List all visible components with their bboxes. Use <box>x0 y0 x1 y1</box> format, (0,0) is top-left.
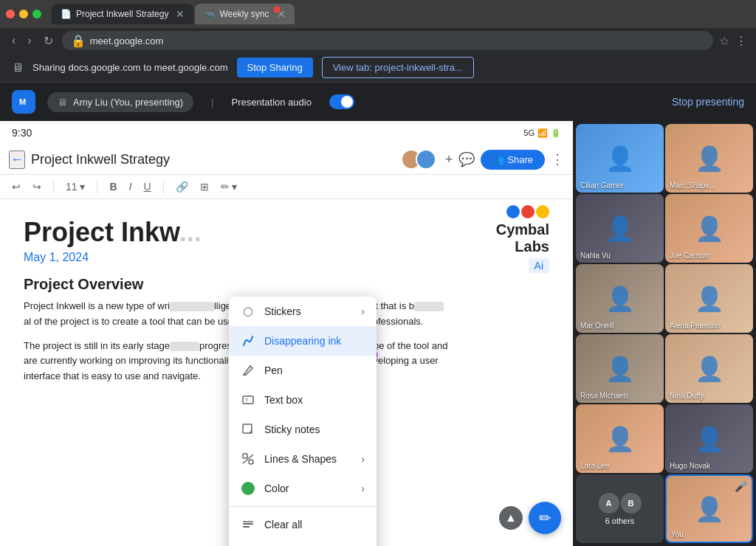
active-mic-icon: 🎤 <box>735 480 747 492</box>
menu-text-box[interactable]: T Text box <box>229 385 377 415</box>
share-button[interactable]: 👥 Share <box>481 150 545 170</box>
svg-rect-9 <box>243 523 253 525</box>
highlight-button[interactable]: ✏ ▾ <box>218 178 241 196</box>
video-tile-nahla[interactable]: 👤 Nahla Vu <box>576 194 664 263</box>
menu-eraser[interactable]: Eraser <box>229 539 377 546</box>
browser-actions: ☆ ⋮ <box>719 34 747 48</box>
video-tile-joe[interactable]: 👤 Joe Carlson <box>665 194 753 263</box>
italic-button[interactable]: I <box>126 178 135 196</box>
video-tile-nina[interactable]: 👤 Nina Duffy <box>665 334 753 403</box>
sharing-text: Sharing docs.google.com to meet.google.c… <box>32 62 228 73</box>
doc-date: May 1, 2024 <box>24 251 449 264</box>
more-icon[interactable]: ⋮ <box>735 34 747 48</box>
presenting-info: 🖥 Amy Liu (You, presenting) <box>47 92 193 112</box>
undo-button[interactable]: ↩ <box>9 178 24 196</box>
video-tile-alena[interactable]: 👤 Alena Peterson <box>665 264 753 333</box>
link-button[interactable]: 🔗 <box>173 178 191 196</box>
people-icon: 👥 <box>492 154 504 165</box>
video-tile-cilian[interactable]: 👤 Cilian Garner <box>576 124 664 193</box>
menu-lines-shapes[interactable]: Lines & Shapes › <box>229 444 377 474</box>
forward-btn[interactable]: › <box>24 32 34 49</box>
video-tile-you[interactable]: 👤 You 🎤 <box>665 474 753 543</box>
menu-divider <box>229 506 377 507</box>
back-btn[interactable]: ‹ <box>9 32 18 49</box>
stop-sharing-button[interactable]: Stop Sharing <box>237 58 313 77</box>
others-count: 6 others <box>605 516 635 525</box>
ai-label: Ai <box>535 260 543 272</box>
tab-close-btn[interactable]: ✕ <box>176 8 185 20</box>
section-title: Project Overview <box>24 276 449 293</box>
lines-shapes-icon <box>241 452 255 466</box>
audio-label: Presentation audio <box>232 97 312 108</box>
font-size-button[interactable]: 11 ▾ <box>63 178 88 196</box>
slides-header: ← Project Inkwell Strategy + 💬 👥 Share ⋮ <box>0 145 573 175</box>
stop-presenting-button[interactable]: Stop presenting <box>672 96 744 108</box>
add-person-button[interactable]: + <box>445 152 453 167</box>
redo-button[interactable]: ↪ <box>30 178 44 196</box>
cymbal-dot-blue <box>506 205 520 218</box>
pen-icon <box>241 363 255 378</box>
meet-topbar: M 🖥 Amy Liu (You, presenting) | Presenta… <box>0 83 756 121</box>
share-label: Share <box>507 154 533 165</box>
screen-share-icon: 🖥 <box>12 61 24 75</box>
tab-indicator <box>274 7 280 13</box>
tab-list: 📄 Project Inkwell Strategy ✕ 📹 Weekly sy… <box>52 4 750 24</box>
menu-color[interactable]: Color › <box>229 474 377 503</box>
participant-name-10: Hugo Novak <box>670 462 710 470</box>
separator: | <box>211 97 213 108</box>
svg-rect-10 <box>243 526 250 528</box>
participant-name-1: Cilian Garner <box>580 182 624 190</box>
svg-rect-6 <box>243 454 247 458</box>
participant-name-2: Marc Shapir... <box>670 182 715 190</box>
participant-name-6: Alena Peterson <box>670 322 720 330</box>
format-toolbar: ↩ ↪ 11 ▾ B I U 🔗 ⊞ ✏ ▾ <box>0 175 573 199</box>
menu-clear-all[interactable]: Clear all <box>229 510 377 539</box>
menu-disappearing-ink[interactable]: Disappearing ink <box>229 326 377 356</box>
view-tab-button[interactable]: View tab: project-inkwell-stra... <box>322 57 474 78</box>
cymbal-labs: Labs <box>461 238 549 255</box>
menu-sticky-notes[interactable]: Sticky notes <box>229 415 377 444</box>
fab-annotate-button[interactable]: ✏ <box>529 502 561 534</box>
back-button[interactable]: ← <box>9 151 25 169</box>
video-tile-marc[interactable]: 👤 Marc Shapir... <box>665 124 753 193</box>
underline-button[interactable]: U <box>140 178 154 196</box>
minimize-window[interactable] <box>19 10 28 18</box>
cymbal-logo-area: Cymbal Labs Ai <box>461 202 549 273</box>
video-tile-hugo[interactable]: 👤 Hugo Novak <box>665 404 753 473</box>
tab-favicon-2: 📹 <box>204 9 215 19</box>
video-tile-lara[interactable]: 👤 Lara Lee <box>576 404 664 473</box>
close-window[interactable] <box>6 10 15 18</box>
tab-project-inkwell[interactable]: 📄 Project Inkwell Strategy ✕ <box>52 4 193 24</box>
lock-icon: 🔒 <box>71 34 86 48</box>
svg-text:M: M <box>19 97 26 106</box>
bold-button[interactable]: B <box>106 178 120 196</box>
more-options-button[interactable]: ⋮ <box>551 151 564 167</box>
participant-name-you: You <box>671 531 684 539</box>
video-tile-mar[interactable]: 👤 Mar Oneill <box>576 264 664 333</box>
refresh-btn[interactable]: ↻ <box>41 32 56 49</box>
video-tile-rosa[interactable]: 👤 Rosa Michaels <box>576 334 664 403</box>
meet-logo: M <box>12 90 35 114</box>
disappearing-ink-label: Disappearing ink <box>264 335 341 347</box>
toolbar-divider <box>53 179 54 194</box>
lines-shapes-label: Lines & Shapes <box>264 453 337 465</box>
svg-point-7 <box>249 460 253 464</box>
url-text: meet.google.com <box>90 35 164 46</box>
fab-up-button[interactable]: ▲ <box>499 506 523 530</box>
bookmark-icon[interactable]: ☆ <box>719 34 729 48</box>
stickers-label: Stickers <box>264 305 301 317</box>
text-box-label: Text box <box>264 394 303 406</box>
menu-pen[interactable]: Pen <box>229 356 377 385</box>
text-format-button[interactable]: ⊞ <box>197 178 212 196</box>
audio-toggle[interactable]: ✓ <box>329 94 354 109</box>
video-tile-others[interactable]: A B 6 others <box>576 474 664 543</box>
maximize-window[interactable] <box>32 10 41 18</box>
comment-button[interactable]: 💬 <box>458 151 475 167</box>
check-icon: ✓ <box>346 98 351 106</box>
tab-label-2: Weekly sync <box>219 9 269 19</box>
tab-weekly-sync[interactable]: 📹 Weekly sync ✕ <box>195 4 294 24</box>
url-bar[interactable]: 🔒 meet.google.com <box>62 31 713 50</box>
omnibar: ‹ › ↻ 🔒 meet.google.com ☆ ⋮ <box>0 28 756 53</box>
arrow-icon: › <box>361 305 365 317</box>
menu-stickers[interactable]: ⬡ Stickers › <box>229 297 377 326</box>
